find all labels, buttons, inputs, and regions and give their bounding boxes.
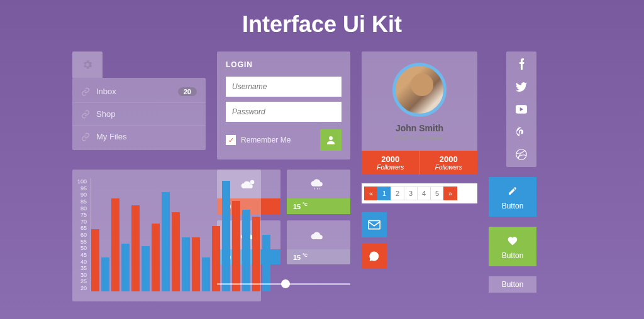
page-5[interactable]: 5 — [430, 187, 444, 200]
login-submit-button[interactable] — [320, 129, 341, 151]
svg-point-0 — [329, 136, 333, 140]
y-axis: 10095908580757065605550454035302520 — [77, 178, 91, 291]
youtube-icon[interactable] — [515, 103, 528, 116]
sidebar: Inbox 20 Shop My Files — [72, 51, 206, 150]
page-2[interactable]: 2 — [391, 187, 404, 200]
temp-label: 15 °C — [287, 198, 350, 214]
slider-thumb[interactable] — [281, 279, 290, 288]
sidebar-settings-tab[interactable] — [72, 51, 103, 78]
login-title: LOGIN — [226, 60, 341, 69]
weather-card[interactable]: 15 °C — [287, 170, 350, 214]
twitter-icon[interactable] — [515, 80, 528, 93]
pinterest-icon[interactable] — [515, 126, 528, 138]
button-generic[interactable]: Button — [489, 276, 536, 293]
page-3[interactable]: 3 — [404, 187, 418, 200]
dribbble-icon[interactable] — [515, 148, 528, 161]
heart-icon — [507, 235, 518, 246]
followers-stat[interactable]: 2000 Followers — [362, 151, 420, 175]
remember-checkbox[interactable]: ✓ — [226, 135, 236, 145]
user-icon — [325, 134, 336, 146]
mail-icon — [368, 220, 380, 230]
social-panel — [506, 51, 536, 167]
button-like[interactable]: Button — [489, 227, 536, 266]
mail-button[interactable] — [362, 212, 387, 237]
chat-button[interactable] — [362, 244, 387, 269]
link-icon — [81, 87, 90, 96]
page-title: Interface Ui Kit — [0, 0, 644, 51]
sidebar-label: Inbox — [96, 87, 116, 96]
sidebar-label: Shop — [96, 109, 115, 119]
sidebar-item-files[interactable]: My Files — [72, 126, 206, 148]
login-panel: LOGIN ✓ Remember Me — [217, 51, 350, 160]
followers-stat[interactable]: 2000 Followers — [420, 151, 478, 175]
facebook-icon[interactable] — [515, 58, 528, 70]
username-input[interactable] — [226, 77, 341, 97]
gear-icon — [82, 59, 93, 70]
pencil-icon — [508, 186, 518, 196]
sidebar-label: My Files — [96, 132, 126, 141]
page-4[interactable]: 4 — [417, 187, 431, 200]
page-1[interactable]: 1 — [377, 187, 391, 200]
profile-title: UI/UX Designer — [362, 134, 477, 142]
remember-label: Remember Me — [241, 136, 315, 144]
weather-card[interactable]: 15 °C — [287, 220, 350, 265]
profile-name: John Smith — [362, 123, 477, 133]
link-icon — [81, 110, 90, 119]
button-edit[interactable]: Button — [489, 177, 536, 217]
chat-icon — [369, 251, 380, 262]
page-next[interactable]: » — [443, 187, 457, 200]
chart-bars — [91, 178, 270, 291]
password-input[interactable] — [226, 102, 341, 122]
temp-label: 15 °C — [287, 249, 350, 265]
page-prev[interactable]: « — [364, 187, 378, 200]
sidebar-item-shop[interactable]: Shop — [72, 103, 206, 126]
avatar[interactable] — [392, 63, 447, 117]
cloud-icon — [310, 230, 328, 242]
pagination: « 1 2 3 4 5 » — [362, 183, 477, 203]
link-icon — [81, 132, 90, 141]
cloud-rain-icon — [310, 179, 328, 192]
sidebar-item-inbox[interactable]: Inbox 20 — [72, 80, 206, 103]
inbox-badge: 20 — [178, 87, 197, 96]
slider[interactable] — [217, 278, 350, 291]
svg-rect-5 — [369, 220, 380, 229]
profile-card: John Smith UI/UX Designer 2000 Followers… — [362, 51, 477, 175]
